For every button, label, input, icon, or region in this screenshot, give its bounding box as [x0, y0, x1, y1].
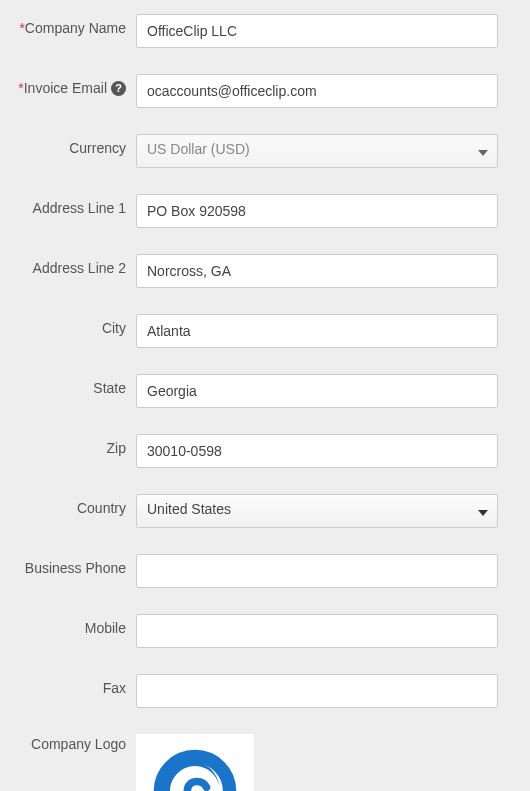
row-address2: Address Line 2: [14, 254, 498, 288]
company-logo-image: [136, 734, 254, 791]
label-company-logo: Company Logo: [14, 734, 136, 752]
row-invoice-email: *Invoice Email ?: [14, 74, 498, 108]
zip-input[interactable]: [136, 434, 498, 468]
row-company-logo: Company Logo Remove: [14, 734, 498, 791]
row-fax: Fax: [14, 674, 498, 708]
invoice-email-input[interactable]: [136, 74, 498, 108]
row-business-phone: Business Phone: [14, 554, 498, 588]
country-select[interactable]: United States: [136, 494, 498, 528]
row-currency: Currency US Dollar (USD): [14, 134, 498, 168]
company-name-input[interactable]: [136, 14, 498, 48]
label-business-phone: Business Phone: [14, 554, 136, 576]
label-fax: Fax: [14, 674, 136, 696]
row-mobile: Mobile: [14, 614, 498, 648]
city-input[interactable]: [136, 314, 498, 348]
row-company-name: *Company Name: [14, 14, 498, 48]
label-country: Country: [14, 494, 136, 516]
row-city: City: [14, 314, 498, 348]
logo-icon: [147, 745, 243, 791]
label-company-name: *Company Name: [14, 14, 136, 36]
label-zip: Zip: [14, 434, 136, 456]
row-zip: Zip: [14, 434, 498, 468]
label-address2: Address Line 2: [14, 254, 136, 276]
fax-input[interactable]: [136, 674, 498, 708]
label-state: State: [14, 374, 136, 396]
mobile-input[interactable]: [136, 614, 498, 648]
label-currency: Currency: [14, 134, 136, 156]
address2-input[interactable]: [136, 254, 498, 288]
business-phone-input[interactable]: [136, 554, 498, 588]
currency-select[interactable]: US Dollar (USD): [136, 134, 498, 168]
label-city: City: [14, 314, 136, 336]
label-invoice-email: *Invoice Email ?: [14, 74, 136, 96]
company-form: *Company Name *Invoice Email ? Currency …: [0, 0, 530, 791]
label-address1: Address Line 1: [14, 194, 136, 216]
row-address1: Address Line 1: [14, 194, 498, 228]
label-mobile: Mobile: [14, 614, 136, 636]
address1-input[interactable]: [136, 194, 498, 228]
state-input[interactable]: [136, 374, 498, 408]
row-country: Country United States: [14, 494, 498, 528]
row-state: State: [14, 374, 498, 408]
help-icon[interactable]: ?: [111, 81, 126, 96]
